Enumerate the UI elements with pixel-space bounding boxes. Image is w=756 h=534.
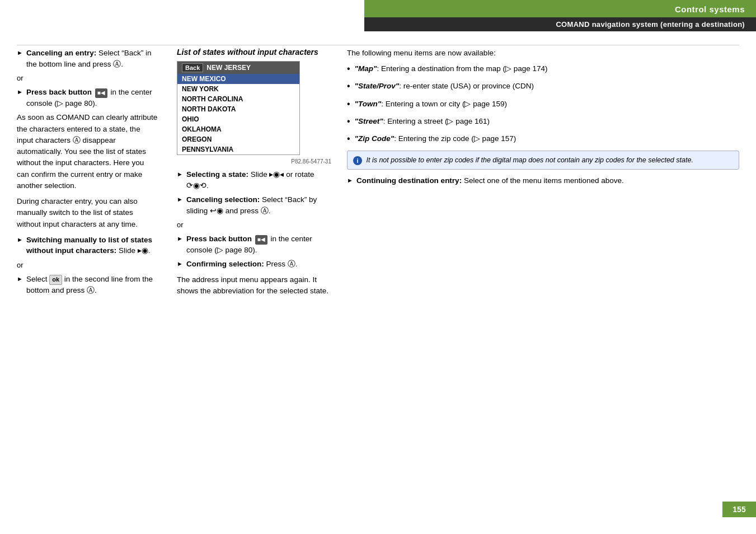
dot-icon-2: • — [347, 79, 350, 92]
bullet-street-text: "Street": Entering a street (▷ page 161) — [355, 116, 739, 127]
bullet-zip: • "Zip Code": Entering the zip code (▷ p… — [347, 133, 739, 145]
state-item-new-york[interactable]: NEW YORK — [177, 84, 299, 94]
dot-icon-1: • — [347, 62, 350, 75]
street-label: "Street" — [355, 117, 383, 125]
continuing-entry-label: Continuing destination entry: — [356, 176, 462, 185]
states-header-item: NEW JERSEY — [206, 64, 251, 72]
state-item-ohio[interactable]: OHIO — [177, 114, 299, 124]
states-list-box: Back NEW JERSEY NEW MEXICO NEW YORK NORT… — [177, 61, 300, 155]
right-intro: The following menu items are now availab… — [347, 48, 739, 59]
cancel-entry-label: Canceling an entry: — [26, 49, 96, 57]
back-button[interactable]: Back — [182, 63, 203, 72]
cancel-entry-text: Canceling an entry: Select “Back” in the… — [26, 48, 158, 69]
switch-manually-item: ► Switching manually to list of states w… — [17, 235, 158, 256]
bullet-map: • "Map": Entering a destination from the… — [347, 63, 739, 75]
press-back-item: ► Press back button ■◀ in the center con… — [17, 87, 158, 109]
state-label: "State/Prov" — [355, 82, 400, 90]
states-section-title: List of states without input characters — [177, 48, 332, 57]
left-column: ► Canceling an entry: Select “Back” in t… — [17, 48, 168, 500]
info-icon: i — [353, 156, 362, 165]
map-label: "Map" — [355, 64, 377, 73]
mid-press-back-label: Press back button — [186, 235, 252, 243]
cancel-selection-text: Canceling selection: Select “Back” by sl… — [186, 194, 332, 216]
mid-or-1: or — [177, 221, 332, 229]
bullet-state-text: "State/Prov": re-enter state (USA) or pr… — [355, 81, 739, 92]
continuing-entry-text: Continuing destination entry: Select one… — [356, 175, 739, 186]
zip-label: "Zip Code" — [355, 134, 395, 143]
back-button-icon-2: ■◀ — [255, 235, 267, 245]
confirm-selection-desc: Press Ⓐ. — [266, 260, 297, 268]
select-state-item: ► Selecting a state: Slide ▸◉◂ or rotate… — [177, 169, 332, 191]
bullet-map-text: "Map": Entering a destination from the m… — [355, 63, 739, 74]
arrow-icon-6: ► — [177, 195, 183, 204]
select-state-label: Selecting a state: — [186, 170, 248, 179]
state-item-north-dakota[interactable]: NORTH DAKOTA — [177, 104, 299, 114]
states-back-row: Back NEW JERSEY — [177, 62, 299, 74]
state-item-north-carolina[interactable]: NORTH CAROLINA — [177, 94, 299, 104]
select-state-text: Selecting a state: Slide ▸◉◂ or rotate ⟳… — [186, 169, 332, 191]
or-separator-2: or — [17, 261, 158, 269]
para-2: During character entry, you can also man… — [17, 196, 158, 230]
or-separator-1: or — [17, 74, 158, 82]
confirm-selection-text: Confirming selection: Press Ⓐ. — [186, 259, 332, 270]
confirm-selection-label: Confirming selection: — [186, 260, 264, 268]
dot-icon-5: • — [347, 132, 350, 145]
arrow-icon: ► — [17, 49, 23, 58]
bullet-street: • "Street": Entering a street (▷ page 16… — [347, 116, 739, 128]
page-number: 155 — [722, 502, 756, 517]
arrow-icon-4: ► — [17, 275, 23, 284]
arrow-icon-8: ► — [177, 260, 183, 269]
mid-para-1: The address input menu appears again. It… — [177, 274, 332, 297]
switch-manually-desc: Slide ▸◉. — [119, 246, 151, 255]
town-label: "Town" — [355, 100, 382, 108]
state-item-oklahoma[interactable]: OKLAHOMA — [177, 124, 299, 134]
cancel-entry-item: ► Canceling an entry: Select “Back” in t… — [17, 48, 158, 69]
bullet-zip-text: "Zip Code": Entering the zip code (▷ pag… — [355, 133, 739, 144]
dot-icon-4: • — [347, 115, 350, 128]
arrow-icon-5: ► — [177, 170, 183, 179]
select-ok-pre: Select — [26, 275, 49, 283]
mid-press-back-text: Press back button ■◀ in the center conso… — [186, 233, 332, 255]
select-ok-text: Select ok in the second line from the bo… — [26, 274, 158, 296]
press-back-label: Press back button — [26, 88, 92, 96]
state-item-oregon[interactable]: OREGON — [177, 134, 299, 144]
section-title: Control systems — [364, 0, 756, 17]
select-ok-item: ► Select ok in the second line from the … — [17, 274, 158, 296]
info-box: i It is not possible to enter zip codes … — [347, 151, 739, 170]
arrow-icon-3: ► — [17, 236, 23, 245]
confirm-selection-item: ► Confirming selection: Press Ⓐ. — [177, 259, 332, 270]
top-divider — [17, 45, 739, 45]
dot-icon-3: • — [347, 97, 350, 110]
continuing-entry-desc: Select one of the menu items mentioned a… — [464, 176, 624, 185]
right-column: The following menu items are now availab… — [341, 48, 739, 500]
state-item-new-mexico[interactable]: NEW MEXICO — [177, 74, 299, 84]
state-item-pennsylvania[interactable]: PENNSYLVANIA — [177, 144, 299, 154]
continuing-entry-item: ► Continuing destination entry: Select o… — [347, 175, 739, 186]
arrow-icon-9: ► — [347, 176, 353, 185]
cancel-selection-label: Canceling selection: — [186, 195, 260, 204]
header: Control systems COMAND navigation system… — [364, 0, 756, 31]
ok-button-icon: ok — [49, 275, 62, 285]
mid-press-back-item: ► Press back button ■◀ in the center con… — [177, 233, 332, 255]
page-subtitle: COMAND navigation system (entering a des… — [364, 17, 756, 31]
mid-column: List of states without input characters … — [168, 48, 341, 500]
press-back-text: Press back button ■◀ in the center conso… — [26, 87, 158, 109]
info-text: It is not possible to enter zip codes if… — [366, 156, 693, 164]
para-1: As soon as COMAND can clearly attribute … — [17, 112, 158, 191]
main-content: ► Canceling an entry: Select “Back” in t… — [17, 48, 739, 500]
bullet-town: • "Town": Entering a town or city (▷ pag… — [347, 99, 739, 110]
cancel-selection-item: ► Canceling selection: Select “Back” by … — [177, 194, 332, 216]
bullet-town-text: "Town": Entering a town or city (▷ page … — [355, 99, 739, 110]
back-button-icon: ■◀ — [95, 88, 107, 98]
arrow-icon-7: ► — [177, 235, 183, 243]
switch-manually-text: Switching manually to list of states wit… — [26, 235, 158, 256]
arrow-icon-2: ► — [17, 88, 23, 97]
states-caption: P82.86-5477-31 — [177, 158, 332, 165]
bullet-state: • "State/Prov": re-enter state (USA) or … — [347, 81, 739, 92]
